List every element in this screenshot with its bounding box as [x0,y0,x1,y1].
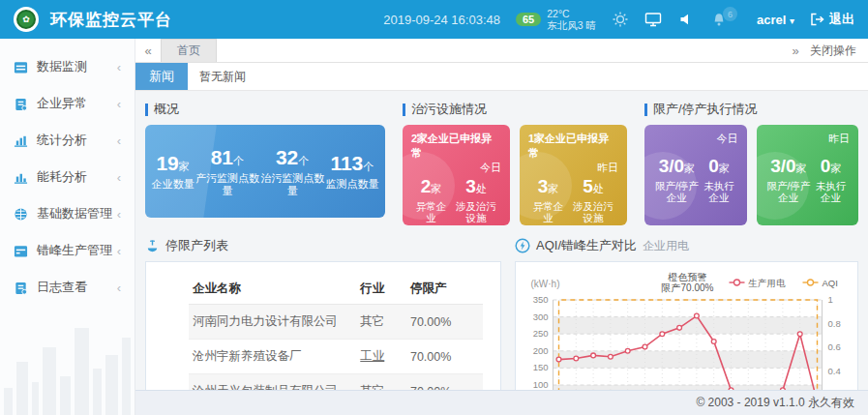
datetime-display: 2019-09-24 16:03:48 [383,13,500,27]
stat-treatment-points: 32个 治污监测点数量 [260,146,324,197]
chevron-left-icon: ‹ [117,170,121,185]
notification-count-badge: 6 [723,7,737,21]
limit-card-yesterday: 昨日 3/0家限产/停产企业 0家未执行企业 [757,125,859,225]
temperature-label: 22°C [547,8,596,19]
emblem-icon: ✿ [16,10,36,29]
svg-text:AQI: AQI [823,278,838,288]
limit-card-today: 今日 3/0家限产/停产企业 0家未执行企业 [644,125,747,225]
tabs-scroll-left-button[interactable]: « [135,44,161,58]
chevron-left-icon: ‹ [117,133,121,148]
monitor-icon[interactable] [644,11,662,28]
svg-text:300: 300 [533,311,549,322]
stat-enterprise-count: 19家 企业数量 [152,152,195,191]
cell-industry: 其它 [356,305,406,340]
bar-chart-icon [14,133,28,148]
clipboard-icon [14,281,28,295]
app-title: 环保监控云平台 [50,9,172,31]
cell-enterprise-name: 沧州宇新养殖设备厂 [189,340,356,374]
clipboard-icon [14,97,28,111]
cell-enterprise-name: 河南同力电力设计有限公司 [189,305,356,340]
database-icon [14,207,28,222]
svg-text:250: 250 [533,328,549,339]
svg-text:0.4: 0.4 [828,366,841,376]
faucet-icon [145,239,160,253]
wind-label: 东北风3 [547,19,583,31]
svg-text:200: 200 [533,345,549,356]
chevron-left-icon: ‹ [117,207,121,222]
city-skyline-watermark [0,313,135,415]
sidebar-item-statistics[interactable]: 统计分析‹ [0,122,135,159]
pollution-card-today: 2家企业已申报异常 今日 2家异常企业 3处涉及治污设施 [403,125,510,225]
chevron-left-icon: ‹ [117,97,121,111]
svg-text:150: 150 [533,362,549,372]
section-header-production-limit: 限产/停产执行情况 [644,101,858,118]
svg-text:0.6: 0.6 [828,341,841,352]
table-header-row: 企业名称 行业 停限产 [189,274,483,305]
limit-list-table: 企业名称 行业 停限产 河南同力电力设计有限公司 其它 70.00% [189,274,483,409]
dashboard-content: 概况 19家 企业数量 81个 产污监测点数量 32个 治污监测点数量 [135,91,868,415]
bell-icon[interactable]: 6 [710,11,728,28]
pollution-card-yesterday: 1家企业已申报异常 昨日 3家异常企业 5处涉及治污设施 [520,125,627,225]
condition-label: 晴 [585,19,596,31]
limit-list-panel: 企业名称 行业 停限产 河南同力电力设计有限公司 其它 70.00% [145,261,501,403]
section-header-pollution-control: 治污设施情况 [403,101,627,118]
panel-header-limit-list: 停限产列表 [145,237,501,254]
svg-text:350: 350 [533,294,549,305]
column-header-name: 企业名称 [189,274,356,305]
svg-text:1: 1 [828,294,833,305]
svg-text:100: 100 [533,379,549,390]
app-window: ✿ 环保监控云平台 2019-09-24 16:03:48 65 22°C 东北… [0,0,868,415]
svg-text:(kW·h): (kW·h) [531,279,560,289]
bar-chart-icon [14,170,28,185]
column-header-percent: 停限产 [406,274,483,305]
calendar-icon [14,244,28,258]
speaker-icon[interactable] [677,11,695,28]
stat-pollution-points: 81个 产污监测点数量 [195,146,259,197]
chevron-left-icon: ‹ [117,60,121,74]
cell-industry-link[interactable]: 工业 [356,340,406,374]
cell-percent: 70.00% [406,340,483,374]
footer-copyright: © 2003 - 2019 v1.1.0 永久有效 [135,390,868,415]
top-header: ✿ 环保监控云平台 2019-09-24 16:03:48 65 22°C 东北… [0,0,868,39]
svg-text:0.8: 0.8 [828,318,841,329]
chevron-left-icon: ‹ [117,244,121,258]
aqi-badge: 65 [516,13,541,26]
svg-text:橙色预警: 橙色预警 [668,272,707,282]
chevron-left-icon: ‹ [117,281,121,295]
section-header-overview: 概况 [145,101,385,118]
news-label-button[interactable]: 新闻 [135,63,188,90]
column-header-industry: 行业 [356,274,406,305]
cell-percent: 70.00% [406,305,483,340]
sidebar-item-base-data[interactable]: 基础数据管理‹ [0,195,135,232]
news-bar: 新闻 暂无新闻 [135,63,868,91]
svg-text:生产用电: 生产用电 [748,278,787,288]
news-message: 暂无新闻 [199,69,246,85]
stat-monitor-points: 113个 监测点数量 [325,152,378,191]
logout-icon [810,13,824,26]
svg-text:限产70.00%: 限产70.00% [662,282,714,293]
chevron-down-icon: ▾ [790,15,794,26]
main-area: « 首页 » 关闭操作 新闻 暂无新闻 概况 19家 企业数量 [135,39,868,415]
tab-home[interactable]: 首页 [161,39,217,62]
close-operations-button[interactable]: 关闭操作 [808,43,868,59]
chart-subtitle: 企业用电 [643,238,689,254]
sidebar-item-data-monitor[interactable]: 数据监测‹ [0,48,135,85]
panel-header-aqi-chart: AQI/错峰生产对比 企业用电 [515,237,858,254]
sidebar-item-staggered-production[interactable]: 错峰生产管理‹ [0,232,135,269]
sun-icon [612,11,629,28]
tabs-scroll-right-button[interactable]: » [783,44,808,58]
overview-card: 19家 企业数量 81个 产污监测点数量 32个 治污监测点数量 113个 [145,125,385,218]
logout-button[interactable]: 退出 [810,11,854,28]
user-menu[interactable]: acrel ▾ [757,13,794,27]
lightning-circle-icon [515,238,530,253]
sidebar-item-energy-analysis[interactable]: 能耗分析‹ [0,159,135,195]
sidebar: 数据监测‹ 企业异常‹ 统计分析‹ 能耗分析‹ 基础数据管理‹ 错峰生产管理‹ … [0,39,135,415]
table-row: 沧州宇新养殖设备厂 工业 70.00% [189,340,483,374]
sidebar-item-enterprise-abnormal[interactable]: 企业异常‹ [0,85,135,122]
tab-bar: « 首页 » 关闭操作 [135,39,868,63]
calendar-icon [14,60,28,74]
weather-widget: 65 22°C 东北风3 晴 [516,8,596,31]
table-row: 河南同力电力设计有限公司 其它 70.00% [189,305,483,340]
sidebar-item-log-view[interactable]: 日志查看‹ [0,269,135,306]
app-logo: ✿ [14,7,39,32]
